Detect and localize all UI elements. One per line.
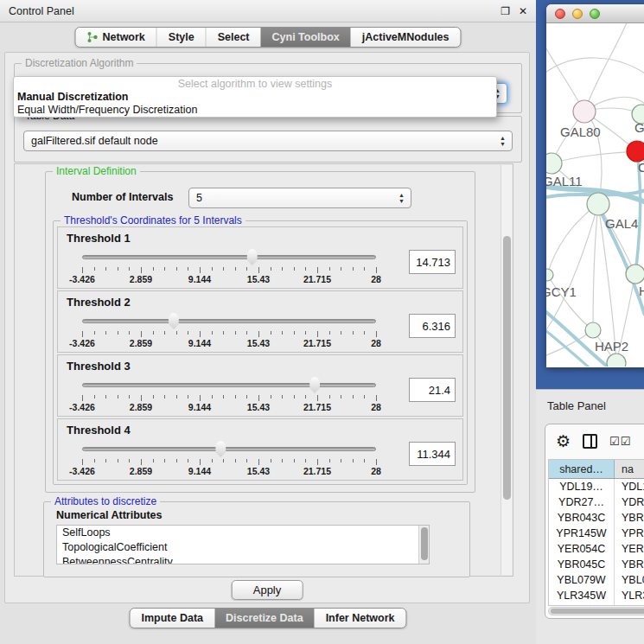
slider-track[interactable] [82,447,376,451]
table-cell: YDL1 [615,479,644,494]
threshold-slider-3[interactable]: -3.4262.8599.14415.4321.71528 [82,376,376,414]
attribute-item-topologicalcoefficient[interactable]: TopologicalCoefficient [57,540,429,555]
threshold-slider-1[interactable]: -3.4262.8599.14415.4321.71528 [82,248,376,286]
popup-item-select-algorithm-to-view-settings[interactable]: Select algorithm to view settings [14,78,496,91]
discretization-algorithm-label: Discretization Algorithm [22,57,137,69]
table-cell: YDL19… [549,479,615,494]
minimize-traffic-light[interactable] [572,9,583,19]
threshold-label: Threshold 3 [67,360,456,373]
thresholds-container: Threshold 1-3.4262.8599.14415.4321.71528… [57,226,463,482]
table-horizontal-scrollbar[interactable] [548,607,644,615]
table-panel: ⚙ ☑☑ shared…naYDL19…YDL1YDR27…YDR2YBR043… [545,424,644,619]
tab-select[interactable]: Select [206,28,261,47]
table-row[interactable]: YBR043CYBR0 [549,510,644,526]
attribute-item-selfloops[interactable]: SelfLoops [57,526,429,540]
table-cell: YDR2 [615,494,644,510]
tab-jactivemnodules[interactable]: jActiveMNodules [351,28,461,47]
slider-track[interactable] [82,383,376,387]
combobox-arrows-icon: ▲▼ [500,135,506,147]
threshold-panel-2: Threshold 2-3.4262.8599.14415.4321.71528 [57,290,463,353]
attribute-item-betweennesscentrality[interactable]: BetweennessCentrality [57,555,429,564]
numerical-attributes-list[interactable]: SelfLoopsTopologicalCoefficientBetweenne… [56,525,430,564]
float-window-icon[interactable]: ❐ [501,6,510,16]
apply-button[interactable]: Apply [232,580,303,600]
tab-impute-data[interactable]: Impute Data [130,609,214,628]
zoom-traffic-light[interactable] [590,9,600,19]
table-row[interactable]: YDL19…YDL1 [549,479,644,494]
table-row[interactable]: YBR045CYBR0 [549,557,644,572]
column-header-na[interactable]: na [615,460,644,478]
node-label-gal80: GAL80 [560,124,601,139]
tab-cyni-toolbox[interactable]: Cyni Toolbox [261,28,351,47]
table-cell: YER0 [615,541,644,557]
popup-item-equal-width-frequency-discretization[interactable]: Equal Width/Frequency Discretization [14,104,496,117]
slider-thumb[interactable] [214,441,227,457]
attributes-scrollbar[interactable] [418,526,429,564]
control-panel-title: Control Panel [9,5,74,17]
node-label-ga: GA [634,120,644,135]
table-row[interactable]: YIL052CYIL0 [549,603,644,606]
attributes-group: Attributes to discretize Numerical Attri… [43,501,470,577]
tab-label: jActiveMNodules [362,31,450,43]
gear-icon[interactable]: ⚙ [556,433,571,450]
slider-ticks [82,395,376,402]
table-data-combobox[interactable]: galFiltered.sif default node ▲▼ [23,131,513,151]
table-row[interactable]: YPR145WYPR1 [549,526,644,541]
threshold-panel-4: Threshold 4-3.4262.8599.14415.4321.71528 [57,418,463,481]
network-view-window: GAL80GACGAL11GAL4GCY1HHAP2 [546,4,644,367]
table-cell: YBL0 [615,572,644,588]
table-row[interactable]: YBL079WYBL0 [549,572,644,588]
slider-tick-labels: -3.4262.8599.14415.4321.71528 [82,402,376,412]
screen: { "window": { "title": "Control Panel" }… [0,0,644,644]
slider-thumb[interactable] [167,313,180,329]
tab-discretize-data[interactable]: Discretize Data [214,609,315,628]
scrollbar-thumb[interactable] [421,527,428,560]
columns-icon[interactable] [583,434,597,449]
slider-thumb[interactable] [309,377,322,393]
table-row[interactable]: YER054CYER0 [549,541,644,557]
table-cell: YPR1 [615,526,644,541]
close-icon[interactable]: ✕ [519,6,527,16]
column-header-shared[interactable]: shared… [549,460,615,478]
threshold-slider-4[interactable]: -3.4262.8599.14415.4321.71528 [82,440,376,478]
threshold-value-input-4[interactable] [409,442,456,466]
table-cell: YBR043C [549,510,615,526]
table-cell: YIL052C [549,603,615,606]
table-row[interactable]: YDR27…YDR2 [549,494,644,510]
table-cell: YLR3 [615,588,644,603]
number-of-intervals-combobox[interactable]: 5 ▲▼ [188,188,411,208]
tab-label: Style [169,31,194,43]
slider-tick-labels: -3.4262.8599.14415.4321.71528 [82,466,376,476]
popup-item-manual-discretization[interactable]: Manual Discretization [14,91,496,104]
close-traffic-light[interactable] [555,9,565,19]
tab-style[interactable]: Style [156,28,206,47]
threshold-value-input-1[interactable] [409,250,456,274]
threshold-slider-2[interactable]: -3.4262.8599.14415.4321.71528 [82,312,376,350]
bottom-tab-bar: Impute DataDiscretize DataInfer Network [129,608,406,628]
slider-track[interactable] [82,319,376,323]
slider-ticks [82,267,376,274]
slider-track[interactable] [82,255,376,259]
slider-tick-labels: -3.4262.8599.14415.4321.71528 [82,338,376,348]
threshold-value-input-2[interactable] [409,314,456,338]
control-panel-titlebar: Control Panel ❐ ✕ [0,0,536,22]
scrollbar-thumb[interactable] [551,609,644,614]
threshold-value-input-3[interactable] [409,378,456,402]
slider-thumb[interactable] [245,249,258,265]
attributes-group-label: Attributes to discretize [51,495,160,507]
table-data-value: galFiltered.sif default node [31,135,158,147]
tab-infer-network[interactable]: Infer Network [315,609,406,628]
network-canvas[interactable]: GAL80GACGAL11GAL4GCY1HHAP2 [546,23,644,367]
tab-network[interactable]: Network [75,28,156,47]
table-cell: YBR0 [615,557,644,572]
node-label-hap2: HAP2 [595,339,628,354]
select-columns-checkboxes-icon[interactable]: ☑☑ [609,435,631,448]
table-row[interactable]: YLR345WYLR3 [549,588,644,603]
control-panel: Control Panel ❐ ✕ NetworkStyleSelectCyni… [0,0,536,644]
table-cell: YBR0 [615,510,644,526]
node-label-h: H [639,284,644,298]
panel-scrollbar[interactable] [501,165,512,575]
table-cell: YBR045C [549,557,615,572]
scrollbar-thumb[interactable] [503,236,511,500]
top-tab-bar: NetworkStyleSelectCyni ToolboxjActiveMNo… [74,27,461,48]
